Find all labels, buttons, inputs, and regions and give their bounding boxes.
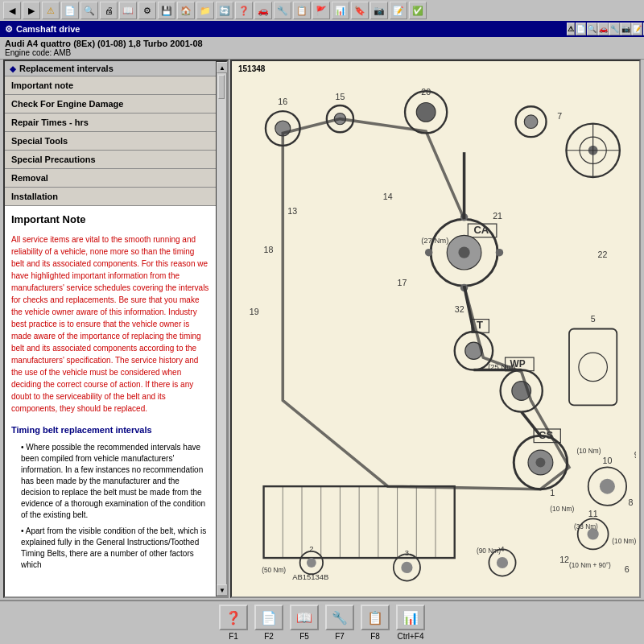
title-left: ⚙ Camshaft drive — [5, 24, 80, 35]
scroll-down[interactable]: ▼ — [217, 584, 227, 596]
nav-item-special-precautions[interactable]: Special Precautions — [5, 151, 216, 169]
toolbar-mini3[interactable]: 🔍 — [587, 23, 597, 35]
toolbar-mini2[interactable]: 📄 — [576, 23, 586, 35]
toolbar-mini4[interactable]: 🚗 — [598, 23, 609, 35]
svg-text:1: 1 — [550, 488, 555, 497]
scroll-thumb[interactable] — [218, 75, 225, 99]
svg-text:T: T — [477, 320, 483, 332]
svg-text:(10 Nm): (10 Nm) — [550, 505, 574, 513]
svg-text:7: 7 — [557, 111, 562, 121]
main-content: ◆ Replacement intervals Important note C… — [0, 60, 644, 598]
top-toolbar: ◀ ▶ ⚠ 📄 🔍 🖨 📖 ⚙ 💾 🏠 📁 🔄 ❓ 🚗 🔧 📋 🚩 📊 🔖 📷 … — [0, 0, 644, 21]
toolbar-icon-refresh[interactable]: 🔄 — [216, 2, 233, 19]
svg-text:8: 8 — [629, 497, 634, 507]
svg-point-8 — [416, 102, 436, 122]
diagram-number: 151348 — [238, 64, 265, 73]
svg-point-76 — [600, 479, 615, 494]
toolbar-icon-home[interactable]: 🏠 — [177, 2, 195, 19]
left-panel-inner: ◆ Replacement intervals Important note C… — [5, 61, 227, 597]
svg-point-11 — [524, 115, 538, 129]
f7-icon[interactable]: 🔧 — [325, 605, 354, 630]
window-title: Camshaft drive — [16, 24, 80, 34]
svg-text:2: 2 — [309, 544, 313, 553]
right-panel: 151348 16 15 — [230, 60, 641, 598]
btn-f1[interactable]: ❓ F1 — [219, 605, 248, 641]
diamond-icon: ◆ — [10, 64, 16, 73]
toolbar-mini6[interactable]: 📷 — [621, 23, 631, 35]
toolbar-icon-check[interactable]: ✅ — [409, 2, 427, 19]
ctrlf4-icon[interactable]: 📊 — [396, 605, 425, 630]
toolbar-icon-search[interactable]: 🔍 — [80, 2, 98, 19]
engine-code: Engine code: AMB — [5, 48, 639, 57]
car-info-bar: Audi A4 quattro (8Ex) (01-08) 1,8 Turbo … — [0, 37, 644, 60]
f2-icon[interactable]: 📄 — [254, 605, 283, 630]
svg-point-21 — [458, 247, 469, 258]
text-content-area: Important Note All service items are vit… — [5, 206, 216, 597]
scroll-track — [217, 73, 226, 584]
toolbar-mini5[interactable]: 🔧 — [609, 23, 620, 35]
nav-item-check-engine[interactable]: Check For Engine Damage — [5, 95, 216, 114]
toolbar-icon-back[interactable]: ◀ — [3, 2, 21, 19]
btn-f5[interactable]: 📖 F5 — [290, 605, 319, 641]
btn-f2[interactable]: 📄 F2 — [254, 605, 283, 641]
svg-text:4: 4 — [500, 544, 504, 553]
toolbar-icon-camera[interactable]: 📷 — [370, 2, 388, 19]
svg-text:(90 Nm): (90 Nm) — [477, 547, 501, 555]
toolbar-icon-doc[interactable]: 📄 — [61, 2, 79, 19]
nav-item-installation[interactable]: Installation — [5, 188, 216, 206]
toolbar-icon-save[interactable]: 💾 — [158, 2, 175, 19]
svg-text:32: 32 — [455, 304, 464, 314]
toolbar-icon-help[interactable]: ❓ — [235, 2, 253, 19]
svg-point-67 — [401, 562, 412, 573]
btn-ctrlf4[interactable]: 📊 Ctrl+F4 — [396, 605, 425, 641]
svg-text:(10 Nm + 90°): (10 Nm + 90°) — [569, 561, 611, 569]
toolbar-mini7[interactable]: 📝 — [632, 23, 642, 35]
nav-arrows: |◀ ◀ ⚠ 📄 🔍 🚗 🔧 📷 📝 ✅ 🗑 💾 ⭐ 🔖 — [592, 23, 639, 35]
svg-text:12: 12 — [559, 555, 569, 564]
f7-label: F7 — [335, 632, 345, 641]
toolbar-icon-chart[interactable]: 📊 — [332, 2, 349, 19]
btn-f8[interactable]: 📋 F8 — [361, 605, 390, 641]
left-scrollbar[interactable]: ▲ ▼ — [216, 61, 227, 597]
nav-item-important-note[interactable]: Important note — [5, 76, 216, 95]
btn-f7[interactable]: 🔧 F7 — [325, 605, 354, 641]
toolbar-icon-bookmark[interactable]: 🔖 — [351, 2, 369, 19]
svg-text:14: 14 — [383, 192, 393, 201]
svg-text:AB15134B: AB15134B — [292, 572, 328, 581]
nav-item-removal[interactable]: Removal — [5, 169, 216, 188]
svg-text:(33 Nm): (33 Nm) — [574, 523, 598, 531]
svg-point-25 — [496, 249, 503, 256]
toolbar-icon-folder[interactable]: 📁 — [196, 2, 214, 19]
nav-item-special-tools[interactable]: Special Tools — [5, 132, 216, 151]
svg-text:16: 16 — [278, 97, 287, 106]
svg-text:(10 Nm): (10 Nm) — [576, 447, 601, 455]
toolbar-icon-note[interactable]: 📝 — [390, 2, 407, 19]
toolbar-icon-gear[interactable]: ⚙ — [138, 2, 156, 19]
svg-text:20: 20 — [421, 87, 431, 97]
toolbar-icon-print[interactable]: 🖨 — [100, 2, 118, 19]
section-header: ◆ Replacement intervals — [5, 61, 216, 76]
f8-icon[interactable]: 📋 — [361, 605, 390, 630]
toolbar-icon-forward[interactable]: ▶ — [23, 2, 40, 19]
f5-icon[interactable]: 📖 — [290, 605, 319, 630]
f1-label: F1 — [229, 632, 238, 641]
toolbar-mini1[interactable]: ⚠ — [567, 23, 575, 35]
app-frame: ◀ ▶ ⚠ 📄 🔍 🖨 📖 ⚙ 💾 🏠 📁 🔄 ❓ 🚗 🔧 📋 🚩 📊 🔖 📷 … — [0, 0, 644, 644]
f8-label: F8 — [370, 632, 380, 641]
svg-text:18: 18 — [264, 245, 274, 254]
toolbar-icon-flag[interactable]: 🚩 — [312, 2, 330, 19]
car-model: Audi A4 quattro (8Ex) (01-08) 1,8 Turbo … — [5, 39, 639, 48]
toolbar-icon-book[interactable]: 📖 — [119, 2, 137, 19]
svg-text:15: 15 — [335, 92, 345, 101]
f1-icon[interactable]: ❓ — [219, 605, 248, 630]
toolbar-icon-warning[interactable]: ⚠ — [42, 2, 60, 19]
svg-text:(27 Nm): (27 Nm) — [421, 236, 448, 245]
scroll-up[interactable]: ▲ — [217, 62, 227, 73]
toolbar-icon-clipboard[interactable]: 📋 — [293, 2, 311, 19]
nav-item-repair-times[interactable]: Repair Times - hrs — [5, 114, 216, 132]
svg-text:9: 9 — [634, 450, 636, 460]
toolbar-icon-wrench[interactable]: 🔧 — [274, 2, 291, 19]
svg-text:17: 17 — [398, 278, 407, 287]
camshaft-icon: ⚙ — [5, 24, 13, 35]
toolbar-icon-car[interactable]: 🚗 — [254, 2, 272, 19]
